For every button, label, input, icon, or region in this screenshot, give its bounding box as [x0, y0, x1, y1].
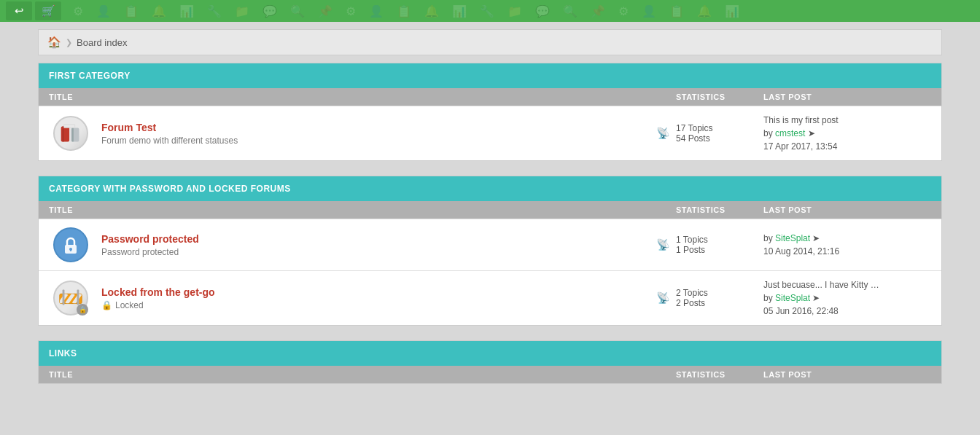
forum-password-lastpost-user[interactable]: SiteSplat	[775, 233, 810, 243]
forum-password-desc: Password protected	[101, 247, 656, 257]
forum-password-lastpost: by SiteSplat ➤ 10 Aug 2014, 21:16	[763, 232, 931, 258]
forum-info-test: Forum Test Forum demo with different sta…	[101, 122, 656, 146]
forum-locked-lastpost-by: by SiteSplat ➤	[763, 291, 931, 305]
col-lastpost-label: LAST POST	[763, 93, 931, 101]
forum-row-password: Password protected Password protected 📡 …	[39, 219, 941, 270]
forum-password-link[interactable]: Password protected	[101, 233, 199, 245]
forum-icon-circle-locked: 🔒	[53, 281, 88, 316]
forum-test-link[interactable]: Forum Test	[101, 122, 156, 133]
forum-icon-locked: 🔒	[49, 280, 93, 316]
category-first: FIRST CATEGORY TITLE STATISTICS LAST POS…	[38, 63, 942, 161]
col-headers-links: TITLE STATISTICS LAST POST	[39, 366, 941, 383]
forum-locked-label: 🔒 Locked	[101, 300, 656, 310]
category-first-header: FIRST CATEGORY	[39, 63, 941, 88]
forum-icon-lock	[49, 227, 93, 263]
col-stats-label-2: STATISTICS	[676, 205, 763, 214]
col-stats-label-3: STATISTICS	[676, 370, 763, 379]
svg-rect-8	[70, 249, 71, 251]
forum-password-topics: 1 Topics	[676, 235, 763, 245]
forum-icon-circle-lock	[53, 227, 88, 262]
svg-rect-5	[64, 125, 75, 128]
rss-icon-locked[interactable]: 📡	[656, 291, 670, 305]
forum-row-test: Forum Test Forum demo with different sta…	[39, 106, 941, 160]
forum-info-locked: Locked from the get-go 🔒 Locked	[101, 286, 656, 310]
main-content: FIRST CATEGORY TITLE STATISTICS LAST POS…	[38, 63, 942, 384]
col-lastpost-label-3: LAST POST	[763, 370, 931, 379]
lock-svg	[61, 235, 81, 255]
forum-test-lastpost-title: This is my first post	[763, 114, 931, 127]
go-icon-2: ➤	[812, 233, 820, 243]
svg-rect-15	[63, 290, 65, 305]
category-password: CATEGORY WITH PASSWORD AND LOCKED FORUMS…	[38, 176, 942, 326]
col-stats-label: STATISTICS	[676, 93, 763, 101]
category-links: LINKS TITLE STATISTICS LAST POST	[38, 340, 942, 384]
forum-locked-topics: 2 Topics	[676, 288, 763, 298]
forum-password-lastpost-date: 10 Aug 2014, 21:16	[763, 245, 931, 258]
col-title-label-3: TITLE	[49, 370, 676, 379]
top-bar-decorations: ⚙👤📋🔔📊 🔧📁💬🔍📌 ⚙👤📋🔔📊 🔧📁💬🔍📌 ⚙👤📋🔔📊	[66, 0, 980, 22]
forum-test-topics: 17 Topics	[676, 123, 763, 133]
forum-locked-lastpost-title: Just becuase... I have Kitty …	[763, 278, 931, 291]
rss-icon-forum-test[interactable]: 📡	[656, 127, 670, 140]
forum-locked-stats: 2 Topics 2 Posts	[676, 288, 763, 308]
lock-label-icon: 🔒	[101, 300, 112, 310]
forum-icon-circle-books	[53, 116, 88, 151]
forum-test-posts: 54 Posts	[676, 133, 763, 144]
forum-locked-link[interactable]: Locked from the get-go	[101, 286, 215, 298]
svg-rect-4	[72, 128, 74, 141]
forum-locked-lastpost-date: 05 Jun 2016, 22:48	[763, 305, 931, 318]
lock-overlay-icon: 🔒	[77, 304, 88, 316]
category-password-header: CATEGORY WITH PASSWORD AND LOCKED FORUMS	[39, 176, 941, 201]
svg-rect-16	[77, 290, 79, 305]
forum-row-locked: 🔒 Locked from the get-go 🔒 Locked 📡 2 To…	[39, 270, 941, 325]
forum-password-lastpost-by: by SiteSplat ➤	[763, 232, 931, 245]
col-headers-password: TITLE STATISTICS LAST POST	[39, 201, 941, 219]
col-title-label-2: TITLE	[49, 205, 676, 214]
forum-locked-lastpost: Just becuase... I have Kitty … by SiteSp…	[763, 278, 931, 318]
forum-test-lastpost-user[interactable]: cmstest	[775, 128, 805, 138]
svg-rect-0	[61, 127, 69, 142]
forum-test-desc: Forum demo with different statuses	[101, 136, 656, 146]
svg-rect-1	[63, 127, 64, 142]
forum-test-lastpost-date: 17 Apr 2017, 13:54	[763, 140, 931, 153]
col-headers-first: TITLE STATISTICS LAST POST	[39, 88, 941, 106]
breadcrumb: 🏠 ❯ Board index	[38, 29, 942, 55]
col-title-label: TITLE	[49, 93, 676, 101]
top-bar: ↩ 🛒 ⚙👤📋🔔📊 🔧📁💬🔍📌 ⚙👤📋🔔📊 🔧📁💬🔍📌 ⚙👤📋🔔📊	[0, 0, 980, 22]
cart-button[interactable]: 🛒	[35, 1, 61, 20]
forum-test-stats: 17 Topics 54 Posts	[676, 123, 763, 144]
svg-rect-3	[71, 128, 79, 141]
breadcrumb-current: Board index	[77, 37, 127, 48]
books-svg	[57, 119, 85, 147]
col-lastpost-label-2: LAST POST	[763, 205, 931, 214]
forum-locked-posts: 2 Posts	[676, 298, 763, 308]
forum-password-stats: 1 Topics 1 Posts	[676, 235, 763, 255]
forum-locked-lastpost-user[interactable]: SiteSplat	[775, 293, 810, 303]
home-icon[interactable]: 🏠	[47, 36, 61, 49]
go-icon-3: ➤	[812, 293, 820, 303]
back-button[interactable]: ↩	[6, 1, 32, 20]
breadcrumb-separator: ❯	[66, 38, 72, 47]
forum-icon-books	[49, 115, 93, 152]
rss-icon-password[interactable]: 📡	[656, 238, 670, 251]
forum-info-password: Password protected Password protected	[101, 233, 656, 257]
go-icon: ➤	[808, 128, 815, 138]
forum-test-lastpost: This is my first post by cmstest ➤ 17 Ap…	[763, 114, 931, 153]
forum-password-posts: 1 Posts	[676, 245, 763, 255]
forum-test-lastpost-by: by cmstest ➤	[763, 127, 931, 140]
category-links-header: LINKS	[39, 341, 941, 366]
